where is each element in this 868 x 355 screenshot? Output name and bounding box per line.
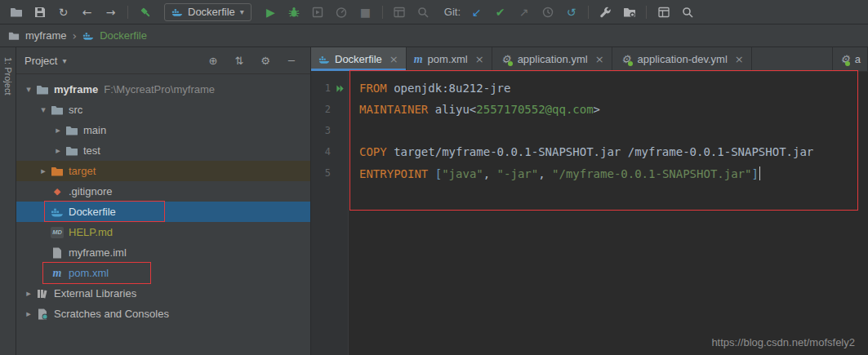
code-token: , — [538, 167, 552, 180]
tree-item-main[interactable]: ▸ main — [16, 120, 310, 140]
tree-toggle-icon[interactable]: ▸ — [52, 145, 64, 156]
settings-folder-icon[interactable] — [618, 2, 640, 22]
caret-down-icon[interactable]: ▾ — [62, 56, 66, 65]
docker-icon — [82, 30, 94, 42]
project-panel: Project ▾ ⊕ ⇅ ⚙ ─ ▾ myframe F:\MycreatPr… — [16, 47, 311, 355]
git-commit-icon[interactable]: ✔ — [489, 2, 511, 22]
tab-application-yml[interactable]: ⚙ application.yml × — [492, 47, 612, 71]
file-icon — [51, 246, 64, 260]
project-panel-title[interactable]: Project — [24, 55, 57, 67]
run-config-label: Dockerfile — [188, 6, 235, 18]
main-area: 1: Project Project ▾ ⊕ ⇅ ⚙ ─ ▾ myframe F… — [0, 47, 868, 355]
misc-tool-icon-1[interactable] — [389, 2, 411, 22]
toolbar-separator — [382, 6, 383, 19]
folder-icon — [65, 144, 78, 158]
forward-icon[interactable]: → — [100, 2, 122, 22]
code-token: MAINTAINER — [359, 103, 428, 116]
profiler-icon[interactable] — [331, 2, 353, 22]
breadcrumb-project[interactable]: myframe — [25, 29, 67, 42]
stop-icon[interactable]: ■ — [354, 2, 376, 22]
chevron-right-icon: › — [73, 29, 78, 42]
code-line[interactable]: 3 — [311, 120, 868, 141]
tree-item-iml[interactable]: myframe.iml — [16, 242, 310, 263]
project-tree: ▾ myframe F:\MycreatPro\myframe ▾ src ▸ … — [16, 74, 310, 324]
git-push-icon[interactable]: ↗ — [513, 2, 535, 22]
tree-toggle-icon[interactable]: ▸ — [52, 125, 64, 135]
git-history-icon[interactable] — [536, 2, 559, 22]
tree-item-target[interactable]: ▸ target — [16, 161, 310, 181]
tree-item-myframe[interactable]: ▾ myframe F:\MycreatPro\myframe — [16, 79, 310, 100]
maven-icon: m — [414, 53, 423, 66]
tree-item-pomxml[interactable]: m pom.xml — [16, 263, 310, 283]
close-icon[interactable]: × — [735, 53, 744, 65]
tree-toggle-icon[interactable]: ▾ — [23, 84, 34, 95]
docker-icon — [51, 206, 64, 219]
tab-pomxml[interactable]: m pom.xml × — [407, 47, 492, 71]
sync-icon[interactable]: ↻ — [52, 2, 74, 22]
code-text: COPY target/myframe-0.0.1-SNAPSHOT.jar /… — [349, 145, 813, 158]
tree-item-dockerfile[interactable]: Dockerfile — [16, 202, 310, 222]
code-token: ENTRYPOINT — [359, 167, 428, 180]
folder-icon — [36, 83, 49, 96]
code-line[interactable]: 5 ENTRYPOINT ["java", "-jar", "/myframe-… — [311, 162, 868, 184]
coverage-icon[interactable] — [307, 2, 329, 22]
tab-partial[interactable]: ⚙ a — [832, 47, 868, 71]
scratches-icon — [36, 308, 49, 321]
spring-config-icon: ⚙ — [500, 53, 513, 66]
tree-item-gitignore[interactable]: ◆ .gitignore — [16, 181, 310, 202]
tree-item-test[interactable]: ▸ test — [16, 140, 310, 161]
search-icon[interactable] — [676, 2, 698, 22]
back-icon[interactable]: ← — [76, 2, 98, 22]
tree-toggle-icon[interactable]: ▸ — [38, 166, 49, 176]
tree-item-external-libraries[interactable]: ▸ External Libraries — [16, 283, 310, 304]
close-icon[interactable]: × — [475, 53, 484, 65]
run-gutter-icon[interactable] — [331, 84, 349, 93]
locate-file-icon[interactable]: ⊕ — [203, 55, 224, 67]
debug-icon[interactable] — [283, 2, 305, 22]
close-icon[interactable]: × — [389, 53, 398, 65]
git-rollback-icon[interactable]: ↺ — [560, 2, 582, 22]
editor-area: Dockerfile × m pom.xml × ⚙ application.y… — [311, 47, 868, 355]
collapse-all-icon[interactable]: ⇅ — [229, 55, 250, 67]
tree-toggle-icon[interactable]: ▸ — [23, 288, 34, 299]
wrench-icon[interactable] — [594, 2, 617, 22]
code-token: [ — [435, 167, 442, 180]
code-token: "-jar" — [497, 167, 539, 180]
code-line[interactable]: 2 MAINTAINER aliyu<2557170552@qq.com> — [311, 99, 868, 120]
save-all-icon[interactable] — [29, 2, 51, 22]
misc-tool-icon-2[interactable] — [412, 2, 434, 22]
git-label: Git: — [444, 6, 461, 18]
tree-item-scratches[interactable]: ▸ Scratches and Consoles — [16, 304, 310, 324]
text-cursor — [759, 166, 761, 180]
close-icon[interactable]: × — [595, 53, 604, 65]
tree-item-src[interactable]: ▾ src — [16, 100, 310, 120]
tab-dockerfile[interactable]: Dockerfile × — [311, 47, 407, 71]
code-editor[interactable]: 1 FROM openjdk:8u212-jre 2 MAINTAINER al… — [311, 72, 868, 355]
settings-gear-icon[interactable]: ⚙ — [255, 55, 276, 67]
code-token: target/myframe-0.0.1-SNAPSHOT.jar /myfra… — [387, 145, 814, 158]
folder-icon — [8, 30, 20, 42]
project-stripe-button[interactable]: 1: Project — [3, 57, 13, 355]
tree-toggle-icon[interactable]: ▸ — [23, 308, 34, 319]
code-text: FROM openjdk:8u212-jre — [349, 82, 510, 95]
run-config-selector[interactable]: Dockerfile ▾ — [164, 3, 251, 21]
run-icon[interactable]: ▶ — [260, 2, 282, 22]
folder-icon — [51, 104, 64, 117]
code-line[interactable]: 1 FROM openjdk:8u212-jre — [311, 78, 868, 99]
layout-icon[interactable] — [652, 2, 674, 22]
project-path: F:\MycreatPro\myframe — [104, 83, 215, 95]
tree-toggle-icon[interactable]: ▾ — [38, 104, 49, 115]
libraries-icon — [36, 287, 49, 300]
code-token: aliyu< — [428, 103, 476, 116]
editor-tab-bar: Dockerfile × m pom.xml × ⚙ application.y… — [311, 47, 868, 72]
toolbar-separator — [127, 6, 128, 19]
build-hammer-icon[interactable] — [134, 2, 156, 22]
code-line[interactable]: 4 COPY target/myframe-0.0.1-SNAPSHOT.jar… — [311, 141, 868, 162]
hide-panel-icon[interactable]: ─ — [281, 55, 302, 67]
tab-application-dev-yml[interactable]: ⚙ application-dev.yml × — [612, 47, 752, 71]
breadcrumb-file[interactable]: Dockerfile — [100, 29, 147, 42]
tree-item-helpmd[interactable]: MD HELP.md — [16, 222, 310, 242]
open-icon[interactable] — [5, 2, 27, 22]
code-token: > — [594, 103, 600, 116]
git-update-icon[interactable]: ↙ — [465, 2, 487, 22]
